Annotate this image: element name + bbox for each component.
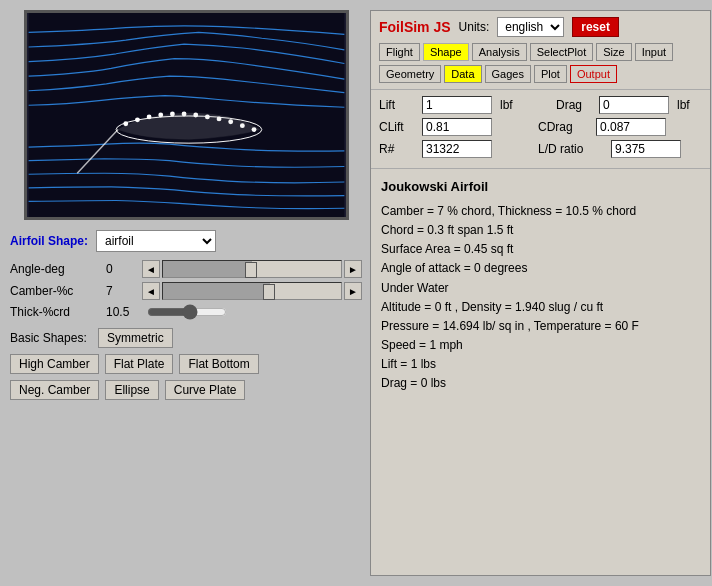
angle-label: Angle-deg: [10, 262, 100, 276]
flat-plate-button[interactable]: Flat Plate: [105, 354, 174, 374]
info-line-2: Surface Area = 0.45 sq ft: [381, 240, 700, 259]
reset-button[interactable]: reset: [572, 17, 619, 37]
thick-value: 10.5: [106, 305, 141, 319]
tab-shape[interactable]: Shape: [423, 43, 469, 61]
camber-value: 7: [106, 284, 136, 298]
camber-increase-btn[interactable]: ►: [344, 282, 362, 300]
app-title: FoilSim JS: [379, 19, 451, 35]
main-tabs: Flight Shape Analysis SelectPlot Size In…: [379, 43, 702, 61]
sub-tabs: Geometry Data Gages Plot Output: [379, 65, 702, 83]
subtab-output[interactable]: Output: [570, 65, 617, 83]
tab-analysis[interactable]: Analysis: [472, 43, 527, 61]
flat-bottom-button[interactable]: Flat Bottom: [179, 354, 258, 374]
lift-input[interactable]: [422, 96, 492, 114]
thick-slider[interactable]: [147, 304, 227, 320]
info-section: Joukowski Airfoil Camber = 7 % chord, Th…: [371, 169, 710, 575]
info-line-1: Chord = 0.3 ft span 1.5 ft: [381, 221, 700, 240]
tab-flight[interactable]: Flight: [379, 43, 420, 61]
info-line-5: Altitude = 0 ft , Density = 1.940 slug /…: [381, 298, 700, 317]
camber-decrease-btn[interactable]: ◄: [142, 282, 160, 300]
tab-size[interactable]: Size: [596, 43, 631, 61]
ellipse-button[interactable]: Ellipse: [105, 380, 158, 400]
thick-label: Thick-%crd: [10, 305, 100, 319]
metrics-section: Lift lbf Drag lbf CLift CDrag R# L/D rat…: [371, 90, 710, 169]
right-panel: FoilSim JS Units: english metric reset F…: [370, 10, 711, 576]
info-line-8: Lift = 1 lbs: [381, 355, 700, 374]
airfoil-shape-select[interactable]: airfoil flat plate cylinder: [96, 230, 216, 252]
symmetric-button[interactable]: Symmetric: [98, 328, 173, 348]
drag-label: Drag: [556, 98, 591, 112]
info-line-7: Speed = 1 mph: [381, 336, 700, 355]
tab-input[interactable]: Input: [635, 43, 673, 61]
angle-value: 0: [106, 262, 136, 276]
controls-section: Airfoil Shape: airfoil flat plate cylind…: [10, 226, 362, 410]
cdrag-input[interactable]: [596, 118, 666, 136]
airfoil-canvas: [24, 10, 349, 220]
subtab-gages[interactable]: Gages: [485, 65, 531, 83]
units-select[interactable]: english metric: [497, 17, 564, 37]
subtab-data[interactable]: Data: [444, 65, 481, 83]
high-camber-button[interactable]: High Camber: [10, 354, 99, 374]
basic-shapes-label: Basic Shapes:: [10, 331, 90, 345]
subtab-plot[interactable]: Plot: [534, 65, 567, 83]
cdrag-label: CDrag: [538, 120, 588, 134]
airfoil-shape-label: Airfoil Shape:: [10, 234, 88, 248]
info-line-0: Camber = 7 % chord, Thickness = 10.5 % c…: [381, 202, 700, 221]
drag-unit: lbf: [677, 98, 702, 112]
angle-increase-btn[interactable]: ►: [344, 260, 362, 278]
info-title: Joukowski Airfoil: [381, 177, 700, 198]
angle-track[interactable]: [162, 260, 342, 278]
info-line-4: Under Water: [381, 279, 700, 298]
info-line-6: Pressure = 14.694 lb/ sq in , Temperatur…: [381, 317, 700, 336]
tab-selectplot[interactable]: SelectPlot: [530, 43, 594, 61]
r-input[interactable]: [422, 140, 492, 158]
units-label: Units:: [459, 20, 490, 34]
ld-input[interactable]: [611, 140, 681, 158]
subtab-geometry[interactable]: Geometry: [379, 65, 441, 83]
camber-label: Camber-%c: [10, 284, 100, 298]
angle-decrease-btn[interactable]: ◄: [142, 260, 160, 278]
info-line-3: Angle of attack = 0 degrees: [381, 259, 700, 278]
lift-label: Lift: [379, 98, 414, 112]
drag-input[interactable]: [599, 96, 669, 114]
camber-track[interactable]: [162, 282, 342, 300]
neg-camber-button[interactable]: Neg. Camber: [10, 380, 99, 400]
clift-input[interactable]: [422, 118, 492, 136]
ld-label: L/D ratio: [538, 142, 603, 156]
lift-unit: lbf: [500, 98, 525, 112]
clift-label: CLift: [379, 120, 414, 134]
info-line-9: Drag = 0 lbs: [381, 374, 700, 393]
r-label: R#: [379, 142, 414, 156]
curve-plate-button[interactable]: Curve Plate: [165, 380, 246, 400]
